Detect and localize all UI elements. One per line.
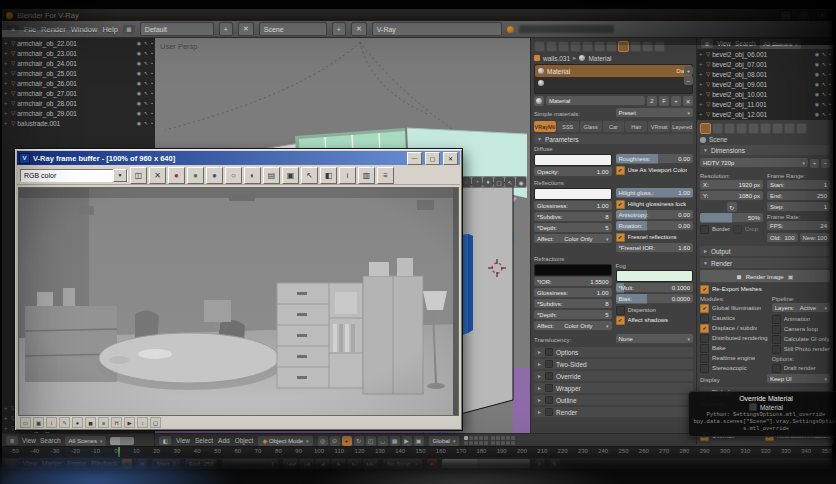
constraints-properties-icon[interactable] <box>594 41 605 52</box>
selectability-icon[interactable]: ↖ <box>822 51 826 57</box>
material-slot-selected[interactable]: Material Data <box>535 65 692 77</box>
selectability-icon[interactable]: ↖ <box>144 120 148 126</box>
selectability-icon[interactable]: ↖ <box>144 60 148 66</box>
settings-icon[interactable]: ≡ <box>377 167 394 184</box>
expand-icon[interactable]: + <box>4 425 9 431</box>
outliner-item[interactable]: + ▽ bevel2_obj_07.001 ◉ ↖ ▪ <box>697 59 833 69</box>
unlink-material-button[interactable]: ✕ <box>683 96 693 106</box>
scene-properties-icon[interactable] <box>724 123 735 134</box>
visibility-eye-icon[interactable]: ◉ <box>137 60 141 66</box>
pipeline-checkbox[interactable] <box>772 315 781 324</box>
visibility-eye-icon[interactable]: ◉ <box>137 100 141 106</box>
orientation-dropdown[interactable]: Global <box>429 436 460 446</box>
timeline-menu-marker[interactable]: Marker <box>42 460 62 467</box>
expand-icon[interactable]: + <box>4 80 9 86</box>
render-visibility-icon[interactable]: ▪ <box>151 110 153 116</box>
selectability-icon[interactable]: ↖ <box>144 100 148 106</box>
frame-step-field[interactable]: Step:1 <box>767 202 830 212</box>
render-region-icon[interactable]: ▣ <box>33 417 44 428</box>
object-name[interactable]: bevel2_obj_08.001 <box>712 71 767 78</box>
module-checkbox[interactable] <box>700 314 709 323</box>
material-type-tab[interactable]: Layered <box>671 121 693 132</box>
editor-type-icon[interactable]: ◔ <box>6 459 18 468</box>
material-type-tab[interactable]: Glass <box>580 121 602 132</box>
visibility-eye-icon[interactable]: ◉ <box>815 101 819 107</box>
tool-icon-6[interactable]: ↖ <box>505 177 515 187</box>
object-name[interactable]: armchair_ob_26.001 <box>17 80 77 87</box>
breadcrumb-material[interactable]: Material <box>588 55 611 62</box>
region-icon[interactable]: ▭ <box>20 417 31 428</box>
outliner-item[interactable]: + ▽ armchair_ob_25.001 ◉ ↖ ▪ <box>2 68 155 78</box>
use-preview-range-icon[interactable]: ◐ <box>122 459 132 469</box>
outliner-menu-view[interactable]: View <box>717 40 731 47</box>
object-name[interactable]: armchair_ob_24.001 <box>17 60 77 67</box>
visibility-eye-icon[interactable]: ◉ <box>137 90 141 96</box>
editor-type-icon[interactable]: ◧ <box>159 436 171 445</box>
render-image-button[interactable]: ◼Render Image▣ <box>700 270 830 283</box>
reflection-subdivs-field[interactable]: *Subdivs:8 <box>534 212 612 222</box>
selectability-icon[interactable]: ↖ <box>822 61 826 67</box>
resize-icon[interactable]: ↕ <box>137 417 148 428</box>
outliner-item[interactable]: + ▽ armchair_ob_24.001 ◉ ↖ ▪ <box>2 58 155 68</box>
visibility-eye-icon[interactable]: ◉ <box>137 110 141 116</box>
render-visibility-icon[interactable]: ▪ <box>151 70 153 76</box>
render-layers-icon[interactable] <box>546 41 557 52</box>
object-properties-icon[interactable] <box>582 41 593 52</box>
translucency-dropdown[interactable]: None <box>616 334 694 344</box>
clear-image-icon[interactable]: ✕ <box>149 167 166 184</box>
record-icon[interactable]: ● <box>72 417 83 428</box>
scene-delete-button[interactable]: ✕ <box>351 22 367 36</box>
refraction-subdivs-field[interactable]: *Subdivs:8 <box>534 299 612 309</box>
viewport-menu-select[interactable]: Select <box>195 437 213 444</box>
refraction-affect-dropdown[interactable]: Affect:Color Only <box>534 321 612 331</box>
selectability-icon[interactable]: ↖ <box>144 40 148 46</box>
render-visibility-icon[interactable]: ▪ <box>151 40 153 46</box>
outliner-filter-dropdown[interactable]: All Scenes <box>65 436 107 446</box>
layers-dropdown[interactable]: Layers:Active <box>772 303 830 313</box>
output-section-header[interactable]: ►Output <box>700 246 830 256</box>
material-properties-icon[interactable] <box>618 41 629 52</box>
preset-dropdown[interactable]: Preset <box>616 108 694 118</box>
material-type-tab[interactable]: Car <box>603 121 625 132</box>
expand-icon[interactable]: + <box>699 71 704 77</box>
render-opengl-icon[interactable]: ▶ <box>402 436 412 446</box>
hilight-lock-checkbox[interactable] <box>616 200 625 209</box>
info-icon[interactable]: i <box>339 167 356 184</box>
section-checkbox[interactable] <box>545 372 553 380</box>
expand-icon[interactable]: + <box>4 110 9 116</box>
outliner-menu-search[interactable]: Search <box>735 40 756 47</box>
vfb-titlebar[interactable]: V V-Ray frame buffer - [100% of 960 x 64… <box>17 151 460 165</box>
object-name[interactable]: armchair_ob_29.001 <box>17 110 77 117</box>
material-name-field[interactable]: Material <box>546 96 645 106</box>
visibility-eye-icon[interactable]: ◉ <box>815 111 819 117</box>
visibility-eye-icon[interactable]: ◉ <box>815 51 819 57</box>
render-visibility-icon[interactable]: ▪ <box>829 91 831 97</box>
border-checkbox[interactable] <box>700 225 709 234</box>
tool-icon-4[interactable]: ♦ <box>483 177 493 187</box>
object-name[interactable]: armchair_ob_28.001 <box>17 100 77 107</box>
vfb-close-button[interactable]: ✕ <box>443 152 458 165</box>
resolution-scale-slider[interactable]: 50% <box>700 213 763 223</box>
menu-help[interactable]: Help <box>102 25 117 34</box>
selectability-icon[interactable]: ↖ <box>144 50 148 56</box>
anisotropy-slider[interactable]: Anisotropy:0.00 <box>616 210 694 220</box>
layout-delete-button[interactable]: ✕ <box>238 22 254 36</box>
material-slot-empty[interactable] <box>535 77 692 89</box>
expand-icon[interactable]: + <box>4 120 9 126</box>
object-name[interactable]: armchair_ob_22.001 <box>17 40 77 47</box>
next-keyframe-icon[interactable]: ▶| <box>347 459 362 469</box>
object-name[interactable]: bevel2_obj_10.001 <box>712 91 767 98</box>
vfb-history-icon[interactable]: ▤ <box>263 167 280 184</box>
save-image-icon[interactable]: ◫ <box>130 167 147 184</box>
slot-remove-button[interactable]: − <box>684 76 693 85</box>
pipeline-checkbox[interactable] <box>772 345 781 354</box>
material-properties-icon[interactable] <box>772 123 783 134</box>
window-close-button[interactable]: ✕ <box>816 10 828 20</box>
expand-icon[interactable]: + <box>4 100 9 106</box>
editor-type-icon[interactable]: ≣ <box>701 39 713 48</box>
resolution-refresh-button[interactable]: ↻ <box>727 202 737 212</box>
fps-field[interactable]: FPS:24 <box>767 221 830 231</box>
reexport-checkbox[interactable] <box>700 285 709 294</box>
timeline-menu-playback[interactable]: Playback <box>91 460 117 467</box>
sync-dropdown[interactable]: No Sync <box>383 459 421 469</box>
